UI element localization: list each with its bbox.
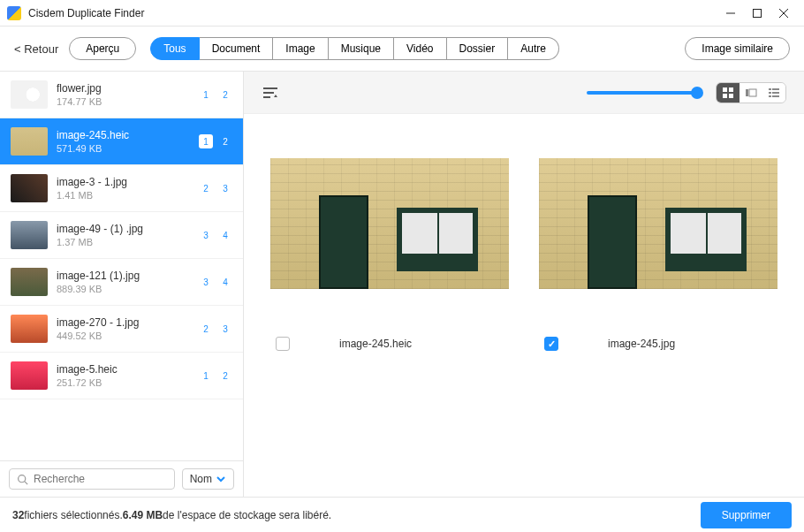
tab-tous[interactable]: Tous [150, 37, 199, 60]
similar-image-button[interactable]: Image similaire [685, 37, 790, 60]
badge-selected-count: 2 [199, 181, 213, 195]
file-size: 449.52 KB [57, 331, 190, 341]
badge-selected-count: 1 [199, 134, 213, 148]
svg-rect-13 [746, 89, 748, 96]
status-text-1: fichiers sélectionnés. [24, 509, 122, 521]
file-info: image-121 (1).jpg 889.39 KB [57, 270, 190, 294]
file-name: image-245.heic [57, 129, 190, 141]
app-icon [7, 6, 21, 20]
svg-rect-10 [729, 87, 733, 92]
file-badges: 1 2 [199, 134, 232, 148]
file-name: image-5.heic [57, 363, 190, 376]
file-size: 1.41 MB [57, 190, 190, 201]
file-badges: 3 4 [199, 228, 232, 242]
file-row[interactable]: image-245.heic 571.49 KB 1 2 [0, 118, 243, 165]
file-row[interactable]: image-49 - (1) .jpg 1.37 MB 3 4 [0, 212, 243, 259]
file-info: image-5.heic 251.72 KB [57, 363, 190, 388]
file-thumb [11, 268, 48, 296]
file-name: image-270 - 1.jpg [57, 316, 190, 329]
search-icon [17, 474, 28, 485]
svg-rect-1 [754, 9, 762, 17]
file-row[interactable]: flower.jpg 174.77 KB 1 2 [0, 72, 243, 118]
badge-total-count: 3 [218, 181, 232, 195]
delete-button[interactable]: Supprimer [701, 502, 792, 528]
file-info: flower.jpg 174.77 KB [57, 82, 190, 107]
svg-rect-14 [749, 89, 756, 96]
tab-musique[interactable]: Musique [329, 37, 394, 60]
file-thumb [11, 80, 48, 109]
content: flower.jpg 174.77 KB 1 2 image-245.heic … [0, 72, 804, 497]
preview-area: image-245.heic image-245.jpg [244, 114, 804, 497]
tab-image[interactable]: Image [273, 37, 328, 60]
badge-total-count: 4 [218, 228, 232, 242]
minimize-button[interactable] [717, 0, 744, 27]
badge-total-count: 2 [218, 369, 232, 383]
file-row[interactable]: image-5.heic 251.72 KB 1 2 [0, 353, 243, 399]
preview-image[interactable] [539, 158, 777, 289]
tab-dossier[interactable]: Dossier [447, 37, 509, 60]
sort-select[interactable]: Nom [182, 468, 234, 490]
svg-rect-17 [769, 92, 771, 94]
file-row[interactable]: image-121 (1).jpg 889.39 KB 3 4 [0, 259, 243, 306]
preview-item: image-245.heic [270, 158, 509, 479]
file-thumb [11, 174, 48, 202]
svg-rect-18 [772, 92, 779, 94]
titlebar: Cisdem Duplicate Finder [0, 0, 804, 27]
chevron-down-icon [216, 474, 226, 484]
svg-rect-19 [769, 95, 771, 97]
view-detail-button[interactable] [762, 83, 785, 103]
svg-rect-15 [769, 88, 771, 90]
file-info: image-245.heic 571.49 KB [57, 129, 190, 154]
zoom-slider[interactable] [587, 91, 702, 95]
tab-vidéo[interactable]: Vidéo [394, 37, 446, 60]
svg-rect-11 [723, 94, 727, 98]
main-toolbar [244, 72, 804, 114]
badge-selected-count: 1 [199, 369, 213, 383]
svg-rect-20 [772, 95, 779, 97]
selected-count: 32 [12, 509, 24, 521]
sort-filter-icon[interactable] [262, 84, 279, 102]
tab-document[interactable]: Document [200, 37, 274, 60]
preview-checkbox[interactable] [276, 337, 290, 351]
freed-size: 6.49 MB [123, 509, 163, 521]
file-badges: 1 2 [199, 87, 232, 102]
close-button[interactable] [770, 0, 797, 27]
search-input[interactable] [34, 473, 167, 485]
file-row[interactable]: image-3 - 1.jpg 1.41 MB 2 3 [0, 165, 243, 212]
preview-image[interactable] [270, 158, 509, 289]
preview-checkbox[interactable] [544, 337, 558, 351]
category-tabs: TousDocumentImageMusiqueVidéoDossierAutr… [150, 37, 559, 60]
file-row[interactable]: image-270 - 1.jpg 449.52 KB 2 3 [0, 306, 243, 353]
svg-rect-16 [772, 88, 779, 90]
badge-total-count: 4 [218, 275, 232, 289]
file-info: image-3 - 1.jpg 1.41 MB [57, 176, 190, 201]
file-size: 251.72 KB [57, 377, 190, 388]
file-thumb [11, 315, 48, 343]
tab-autre[interactable]: Autre [508, 37, 559, 60]
file-name: image-121 (1).jpg [57, 270, 190, 282]
status-text-2: de l'espace de stockage sera libéré. [163, 509, 331, 521]
maximize-button[interactable] [744, 0, 770, 27]
badge-total-count: 3 [218, 322, 232, 336]
file-thumb [11, 221, 48, 249]
main-panel: image-245.heic image-245.jpg [244, 72, 804, 497]
file-name: image-3 - 1.jpg [57, 176, 190, 188]
preview-filename: image-245.heic [339, 338, 412, 350]
file-badges: 2 3 [199, 322, 232, 336]
back-button[interactable]: < Retour [14, 42, 58, 56]
file-list[interactable]: flower.jpg 174.77 KB 1 2 image-245.heic … [0, 72, 243, 460]
file-size: 889.39 KB [57, 284, 190, 294]
app-title: Cisdem Duplicate Finder [28, 7, 717, 19]
svg-line-5 [25, 481, 27, 483]
search-box[interactable] [9, 468, 175, 490]
badge-total-count: 2 [218, 87, 232, 102]
preview-button[interactable]: Aperçu [69, 37, 136, 60]
view-list-button[interactable] [740, 83, 762, 103]
badge-selected-count: 3 [199, 228, 213, 242]
file-size: 1.37 MB [57, 237, 190, 247]
view-grid-button[interactable] [717, 83, 740, 103]
sort-label: Nom [190, 473, 212, 485]
file-thumb [11, 127, 48, 156]
badge-selected-count: 3 [199, 275, 213, 289]
file-info: image-270 - 1.jpg 449.52 KB [57, 316, 190, 341]
